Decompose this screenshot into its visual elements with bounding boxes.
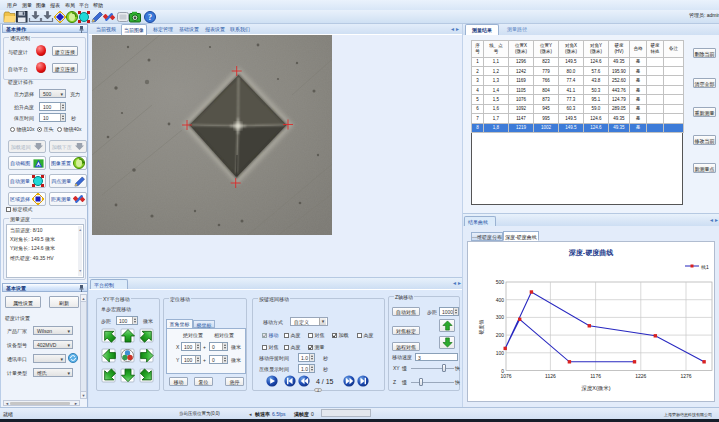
svg-text:1176: 1176 bbox=[590, 373, 601, 379]
svg-text:4 / 15: 4 / 15 bbox=[316, 378, 334, 385]
svg-text:1126: 1126 bbox=[545, 373, 556, 379]
svg-text:硬度值: 硬度值 bbox=[478, 320, 485, 335]
svg-text:1226: 1226 bbox=[635, 373, 646, 379]
svg-text:1076: 1076 bbox=[500, 373, 511, 379]
svg-text:400: 400 bbox=[496, 297, 505, 303]
svg-text:100: 100 bbox=[496, 350, 505, 356]
svg-text:200: 200 bbox=[496, 332, 505, 338]
svg-text:?: ? bbox=[148, 13, 152, 22]
svg-text:深度-硬度曲线: 深度-硬度曲线 bbox=[568, 248, 613, 257]
svg-text:500: 500 bbox=[496, 279, 505, 285]
svg-text:深度X(微米): 深度X(微米) bbox=[581, 385, 611, 392]
svg-text:300: 300 bbox=[496, 314, 505, 320]
svg-text:线1: 线1 bbox=[701, 264, 709, 270]
svg-text:1276: 1276 bbox=[680, 373, 691, 379]
